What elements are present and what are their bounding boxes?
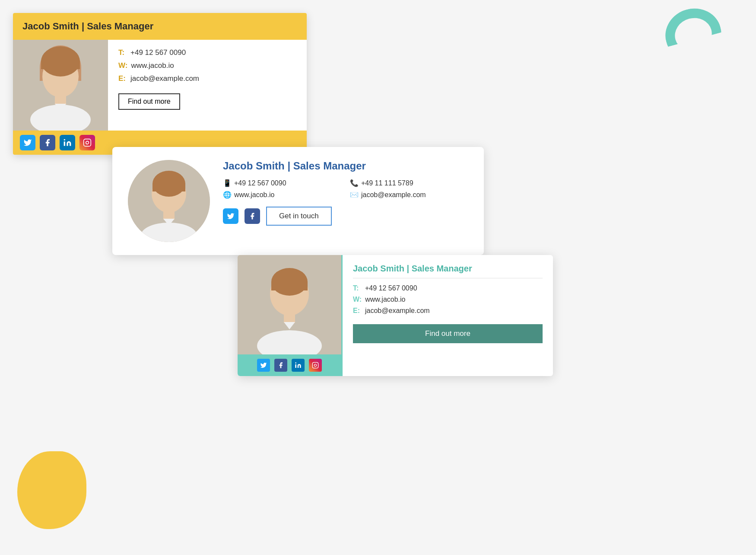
email-icon: ✉️ bbox=[350, 191, 359, 199]
card1-web-label: W: bbox=[118, 61, 127, 70]
card3-web-value: www.jacob.io bbox=[365, 296, 405, 303]
card1-twitter-icon[interactable] bbox=[20, 135, 35, 150]
card3-web-row: W: www.jacob.io bbox=[353, 296, 543, 303]
svg-rect-23 bbox=[284, 313, 295, 323]
card2-mobile-item: 📱 +49 12 567 0090 bbox=[223, 179, 341, 187]
card3-name-title: Jacob Smith | Sales Manager bbox=[353, 264, 543, 278]
card1-info: T: +49 12 567 0090 W: www.jacob.io E: ja… bbox=[108, 40, 307, 131]
card1-instagram-icon[interactable] bbox=[79, 135, 95, 150]
signature-card-1: Jacob Smith | Sales Manager bbox=[13, 13, 307, 155]
card1-photo bbox=[13, 40, 108, 131]
card2-web-value: www.jacob.io bbox=[234, 191, 274, 199]
card2-facebook-icon[interactable] bbox=[245, 208, 260, 224]
card2-phone-item: 📞 +49 11 111 5789 bbox=[350, 179, 468, 187]
phone-icon: 📞 bbox=[350, 179, 359, 187]
globe-icon: 🌐 bbox=[223, 191, 232, 199]
card1-email-row: E: jacob@example.com bbox=[118, 74, 296, 83]
card2-photo bbox=[128, 160, 210, 242]
card3-linkedin-icon[interactable] bbox=[292, 359, 305, 372]
card3-facebook-icon[interactable] bbox=[274, 359, 287, 372]
card2-email-value: jacob@example.com bbox=[361, 191, 426, 199]
card1-body: T: +49 12 567 0090 W: www.jacob.io E: ja… bbox=[13, 40, 307, 131]
svg-rect-10 bbox=[84, 139, 91, 147]
card3-web-label: W: bbox=[353, 296, 362, 303]
card3-photo-wrapper bbox=[238, 255, 341, 376]
card2-contact-grid: 📱 +49 12 567 0090 📞 +49 11 111 5789 🌐 ww… bbox=[223, 179, 468, 199]
card3-instagram-icon[interactable] bbox=[309, 359, 322, 372]
signature-card-3: Jacob Smith | Sales Manager T: +49 12 56… bbox=[238, 255, 553, 376]
card1-header: Jacob Smith | Sales Manager bbox=[13, 13, 307, 40]
card2-name-title: Jacob Smith | Sales Manager bbox=[223, 160, 468, 172]
svg-rect-15 bbox=[152, 184, 185, 191]
card1-phone-label: T: bbox=[118, 48, 127, 57]
mobile-icon: 📱 bbox=[223, 179, 232, 187]
card3-name: Jacob Smith bbox=[353, 264, 404, 273]
svg-rect-6 bbox=[55, 95, 66, 105]
card3-phone-value: +49 12 567 0090 bbox=[365, 284, 417, 292]
card3-social-footer bbox=[238, 354, 341, 376]
card3-photo bbox=[238, 255, 341, 354]
card2-phone-value: +49 11 111 5789 bbox=[361, 179, 413, 187]
teal-arc-decoration bbox=[660, 2, 727, 67]
card2-separator: | bbox=[287, 160, 293, 172]
signature-card-2: Jacob Smith | Sales Manager 📱 +49 12 567… bbox=[112, 147, 484, 255]
card3-email-row: E: jacob@example.com bbox=[353, 307, 543, 315]
card1-email-value: jacob@example.com bbox=[130, 74, 199, 83]
card3-phone-row: T: +49 12 567 0090 bbox=[353, 284, 543, 292]
card2-web-item: 🌐 www.jacob.io bbox=[223, 191, 341, 199]
card3-job-title: Sales Manager bbox=[412, 264, 472, 273]
card3-content: Jacob Smith | Sales Manager T: +49 12 56… bbox=[341, 255, 553, 376]
card1-cta-button[interactable]: Find out more bbox=[118, 93, 180, 110]
svg-rect-22 bbox=[271, 282, 308, 290]
card1-email-label: E: bbox=[118, 74, 127, 83]
card1-phone-row: T: +49 12 567 0090 bbox=[118, 48, 296, 57]
person-photo-svg-2 bbox=[128, 160, 210, 242]
svg-point-9 bbox=[64, 139, 65, 140]
yellow-blob-decoration bbox=[17, 451, 86, 529]
svg-point-26 bbox=[295, 362, 296, 364]
svg-rect-16 bbox=[163, 211, 175, 220]
card1-web-row: W: www.jacob.io bbox=[118, 61, 296, 70]
person-photo-svg-1 bbox=[13, 40, 108, 131]
card1-phone-value: +49 12 567 0090 bbox=[130, 48, 186, 57]
card2-twitter-icon[interactable] bbox=[223, 208, 238, 224]
card3-phone-label: T: bbox=[353, 284, 362, 292]
card1-web-value: www.jacob.io bbox=[131, 61, 174, 70]
card3-email-value: jacob@example.com bbox=[365, 307, 430, 315]
svg-rect-5 bbox=[41, 61, 80, 69]
card3-twitter-icon[interactable] bbox=[257, 359, 270, 372]
card3-email-label: E: bbox=[353, 307, 362, 315]
card2-mobile-value: +49 12 567 0090 bbox=[234, 179, 286, 187]
card2-name: Jacob Smith bbox=[223, 160, 285, 172]
card1-name-title: Jacob Smith | Sales Manager bbox=[22, 21, 153, 32]
svg-rect-27 bbox=[312, 362, 318, 368]
card2-job-title: Sales Manager bbox=[293, 160, 366, 172]
card1-linkedin-icon[interactable] bbox=[60, 135, 75, 150]
card2-email-item: ✉️ jacob@example.com bbox=[350, 191, 468, 199]
card2-content: Jacob Smith | Sales Manager 📱 +49 12 567… bbox=[223, 160, 468, 226]
card1-facebook-icon[interactable] bbox=[40, 135, 55, 150]
card2-cta-button[interactable]: Get in touch bbox=[266, 207, 332, 226]
card3-cta-button[interactable]: Find out more bbox=[353, 324, 543, 343]
card3-separator: | bbox=[407, 264, 411, 273]
card2-actions: Get in touch bbox=[223, 207, 468, 226]
person-photo-svg-3 bbox=[238, 255, 341, 354]
